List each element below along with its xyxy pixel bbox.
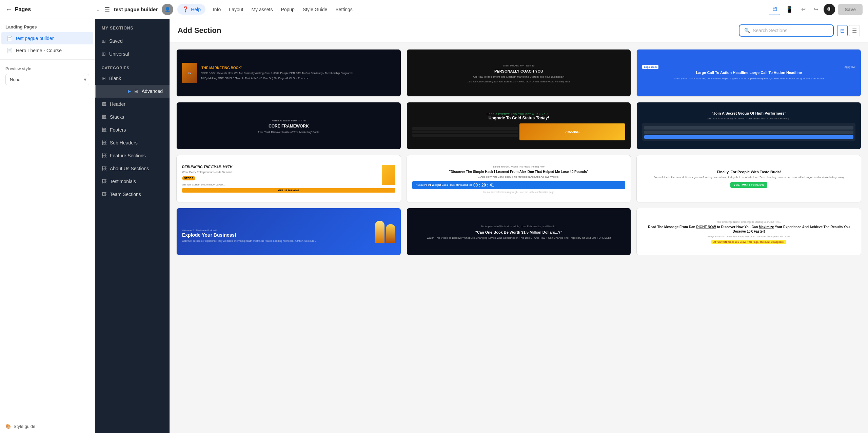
card-2-subtext: On How To Implement The Linchpin Marketi…	[412, 75, 626, 79]
card-5-pre: HERE'S EVERYTHING YOU GET WHEN YOU...	[412, 113, 626, 116]
card-8-subtext: ...And How You Can Follow This Method In…	[412, 175, 626, 179]
content-area: Add Section 🔍 ⊟ ☰	[170, 19, 868, 433]
style-guide-icon: 🎨	[5, 424, 11, 429]
card-3-subtext: Lorem ipsum dolor sit amet, consectetur …	[642, 77, 855, 80]
nav-blank[interactable]: ⊞ Blank	[95, 72, 170, 85]
sidebar-item-test-page[interactable]: 📄 test pague builder	[1, 32, 93, 44]
sub-headers-label: Sub Headers	[110, 140, 138, 145]
card-content-5: HERE'S EVERYTHING YOU GET WHEN YOU... Up…	[407, 106, 631, 146]
list-view-button[interactable]: ☰	[849, 25, 860, 36]
back-icon: ←	[5, 5, 12, 13]
card-9-subtext: Zuma Juice is the most delicious greens …	[642, 176, 855, 179]
card-content-10: Welcome To The Name Podcast! Explode You…	[177, 215, 401, 248]
nav-popup[interactable]: Popup	[277, 5, 298, 14]
nav-testimonials[interactable]: 🖼 Testimonials	[95, 175, 170, 188]
section-card-8[interactable]: Before You Go... Watch This FREE Trainin…	[407, 155, 631, 202]
nav-layout[interactable]: Layout	[225, 5, 246, 14]
sidebar-item-hero-theme[interactable]: 📄 Hero Theme - Course	[1, 44, 93, 57]
card-11-headline: "Can One Book Be Worth $1.5 Million Doll…	[412, 230, 626, 235]
card-8-decline: I'm not interested in losing weight, tak…	[412, 191, 626, 194]
section-card-1[interactable]: 📚 'THE MARKETING BOOK' FREE BOOK Reveals…	[176, 49, 401, 97]
testimonials-icon: 🖼	[102, 179, 106, 184]
search-box: 🔍	[739, 24, 834, 37]
card-2-subtext2: ...So You Can Potentially 10X Your Busin…	[412, 80, 626, 83]
card-7-subtext: What Every Entrepreneur Needs To Know	[182, 171, 378, 174]
grid-view-button[interactable]: ⊟	[837, 25, 848, 36]
content-header: Add Section 🔍 ⊟ ☰	[170, 19, 868, 42]
card-3-logo: Logojucom	[642, 65, 658, 69]
card-content-7: DEBUNKING THE EMAIL MYTH What Every Entr…	[177, 159, 401, 198]
nav-header[interactable]: 🖼 Header	[95, 98, 170, 111]
preview-style-select[interactable]: None	[5, 74, 89, 85]
undo-button[interactable]: ↩	[798, 4, 808, 15]
card-6-headline: "Join A Secret Group Of High Performers"	[642, 111, 855, 116]
form-field-1	[644, 126, 853, 130]
help-button[interactable]: ❓ Help	[177, 4, 205, 15]
card-10-pre: Welcome To The Name Podcast!	[182, 229, 372, 232]
card-7-cta-text: Get Your Custom Box And BONUS Gift...	[182, 183, 378, 186]
nav-style-guide[interactable]: Style Guide	[299, 5, 331, 14]
section-card-2[interactable]: Want Me And My Team To PERSONALLY COACH …	[407, 49, 631, 97]
back-button[interactable]: ←	[5, 5, 12, 13]
nav-info[interactable]: Info	[210, 5, 224, 14]
card-4-headline: CORE FRAMEWORK	[182, 124, 395, 129]
nav-advanced[interactable]: ▶ ⊞ Advanced	[95, 85, 170, 98]
file-icon-2: 📄	[7, 48, 13, 53]
form-field-2	[644, 131, 853, 134]
active-arrow-icon: ▶	[128, 89, 131, 94]
section-card-9[interactable]: Finally, For People With Taste Buds! Zum…	[636, 155, 861, 202]
card-1-subtext: FREE BOOK Reveals How We Are Currently A…	[201, 72, 353, 75]
nav-feature-sections[interactable]: 🖼 Feature Sections	[95, 149, 170, 162]
nav-sub-headers[interactable]: 🖼 Sub Headers	[95, 136, 170, 149]
section-card-11[interactable]: For Anyone Who Wants More In Life, Love,…	[407, 208, 631, 255]
section-card-6[interactable]: "Join A Secret Group Of High Performers"…	[636, 102, 861, 150]
section-card-4[interactable]: Here's A Sneak Peek At The CORE FRAMEWOR…	[176, 102, 401, 150]
sidebar-divider	[0, 59, 95, 60]
left-sidebar: Landing Pages 📄 test pague builder 📄 Her…	[0, 19, 95, 433]
hamburger-button[interactable]: ☰	[104, 6, 110, 13]
advanced-icon: ⊞	[134, 88, 138, 94]
card-content-3: Logojucom Apply love Large Call To Actio…	[637, 60, 861, 86]
desktop-view-button[interactable]: 🖥	[769, 3, 780, 15]
mobile-view-button[interactable]: 📱	[783, 4, 796, 15]
sections-panel: MY SECTIONS ⊞ Saved ⊞ Universal CATEGORI…	[95, 19, 170, 433]
footers-icon: 🖼	[102, 127, 106, 133]
card-9-headline: Finally, For People With Taste Buds!	[642, 170, 855, 174]
card-8-headline: "Discover The Simple Hack I Learned From…	[412, 170, 626, 174]
preview-button[interactable]: 👁	[824, 4, 835, 15]
section-card-10[interactable]: Welcome To The Name Podcast! Explode You…	[176, 208, 401, 255]
nav-team-sections[interactable]: 🖼 Team Sections	[95, 188, 170, 201]
style-guide-button[interactable]: 🎨 Style guide	[0, 420, 95, 433]
grid-area: 📚 'THE MARKETING BOOK' FREE BOOK Reveals…	[170, 42, 868, 433]
card-9-cta: YES, I WANT TO KNOW	[730, 182, 767, 188]
page-name: test pague builder	[114, 6, 158, 12]
nav-about-us[interactable]: 🖼 About Us Sections	[95, 162, 170, 175]
card-12-headline: Read The Message From Dan RIGHT NOW to D…	[642, 225, 855, 234]
search-input[interactable]	[753, 28, 828, 33]
card-8-timer: Russell's #1 Weight Loss Hack Revealed i…	[412, 181, 626, 189]
step-badge: STEP 1	[182, 176, 195, 180]
sidebar-page-name-1: test pague builder	[16, 36, 54, 41]
nav-settings[interactable]: Settings	[332, 5, 356, 14]
header-icon: 🖼	[102, 101, 106, 107]
redo-button[interactable]: ↪	[811, 4, 821, 15]
card-10-subtext: With their decades of experience, they w…	[182, 239, 372, 242]
section-card-7[interactable]: DEBUNKING THE EMAIL MYTH What Every Entr…	[176, 155, 401, 202]
section-card-3[interactable]: Logojucom Apply love Large Call To Actio…	[636, 49, 861, 97]
section-card-5[interactable]: HERE'S EVERYTHING YOU GET WHEN YOU... Up…	[407, 102, 631, 150]
nav-footers[interactable]: 🖼 Footers	[95, 123, 170, 136]
save-button[interactable]: Save	[838, 4, 863, 15]
card-7-button: GET US 365 NOW!	[182, 188, 395, 193]
preview-style-label: Preview style	[0, 62, 95, 73]
help-label: Help	[191, 7, 201, 12]
nav-saved[interactable]: ⊞ Saved	[95, 35, 170, 47]
footers-label: Footers	[110, 127, 126, 133]
section-card-12[interactable]: Your Challenge Name: Challenge Is Starti…	[636, 208, 861, 255]
team-sections-label: Team Sections	[110, 192, 141, 197]
nav-assets[interactable]: My assets	[248, 5, 276, 14]
topbar: ← Pages ⌄ ☰ test pague builder 👤 ❓ Help …	[0, 0, 868, 19]
timer-value: 00 : 20 : 41	[473, 183, 494, 188]
nav-stacks[interactable]: 🖼 Stacks	[95, 111, 170, 123]
topbar-right: 🖥 📱 ↩ ↪ 👁 Save	[769, 3, 863, 15]
nav-universal[interactable]: ⊞ Universal	[95, 47, 170, 60]
